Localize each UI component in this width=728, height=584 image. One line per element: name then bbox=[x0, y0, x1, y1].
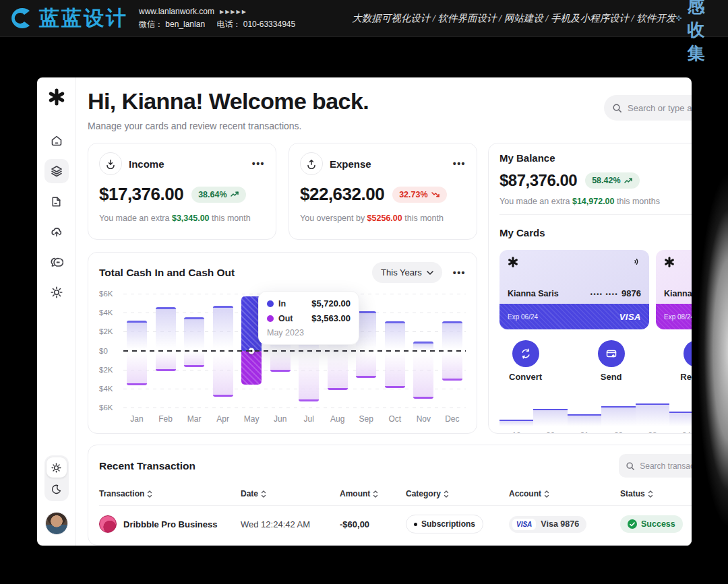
banner-contact: www.lanlanwork.com ▶▶▶▶▶ 微信： ben_lanlan … bbox=[139, 5, 305, 30]
transaction-name: Dribbble Pro Business bbox=[123, 519, 217, 529]
sort-icon bbox=[261, 490, 266, 498]
bank-card-2[interactable]: Kianna Saris Exp 08/24 bbox=[656, 250, 692, 329]
banner-website[interactable]: www.lanlanwork.com bbox=[139, 5, 214, 18]
sidebar-item-settings[interactable] bbox=[44, 280, 69, 304]
trend-up-icon bbox=[624, 178, 633, 184]
transactions-title: Recent Transaction bbox=[99, 460, 195, 472]
chart-menu-button[interactable]: ••• bbox=[453, 267, 466, 278]
convert-button[interactable]: Convert bbox=[509, 340, 542, 382]
out-bar bbox=[241, 351, 262, 385]
sort-icon bbox=[544, 490, 549, 498]
expense-menu-button[interactable]: ••• bbox=[453, 158, 466, 169]
x-tick-label: Aug bbox=[328, 414, 348, 424]
transactions-search[interactable] bbox=[619, 454, 692, 478]
category-badge: Subscriptions bbox=[406, 515, 483, 533]
collect-brand[interactable]: 灵感收集 bbox=[675, 0, 717, 65]
expense-amount: $22,632.00 bbox=[300, 184, 384, 205]
income-trend-badge: 38.64% bbox=[191, 187, 245, 203]
check-icon bbox=[628, 519, 637, 529]
chart-tooltip: In$5,720.00 Out$3,563.00 May 2023 bbox=[258, 291, 359, 345]
mini-bar-21 bbox=[568, 414, 601, 426]
banner-services: 大数据可视化设计 / 软件界面设计 / 网站建设 / 手机及小程序设计 / 软件… bbox=[352, 12, 675, 25]
dark-mode-button[interactable] bbox=[47, 479, 67, 499]
column-header-status[interactable]: Status bbox=[620, 489, 692, 498]
user-avatar[interactable] bbox=[45, 512, 68, 535]
column-header-transaction[interactable]: Transaction bbox=[99, 489, 241, 498]
app-logo-asterisk[interactable] bbox=[48, 88, 65, 108]
in-legend-dot bbox=[267, 300, 274, 307]
out-bar bbox=[299, 351, 319, 401]
arrow-down-tray-icon bbox=[105, 158, 116, 169]
balance-amount: $87,376.00 bbox=[499, 171, 577, 190]
x-tick-label: Feb bbox=[156, 414, 176, 424]
lanlan-logo[interactable]: 蓝蓝设计 bbox=[9, 5, 128, 32]
mini-x-label: 20 bbox=[533, 431, 567, 434]
light-mode-button[interactable] bbox=[47, 457, 67, 478]
in-bar bbox=[442, 321, 462, 351]
send-card-icon bbox=[605, 348, 617, 360]
card-holder: Kianna Saris bbox=[508, 289, 559, 298]
chevron-down-icon bbox=[427, 271, 433, 275]
mini-x-label: 21 bbox=[568, 431, 601, 434]
search-input[interactable] bbox=[628, 103, 692, 113]
mini-bar-20 bbox=[533, 409, 567, 426]
send-button[interactable]: Send bbox=[598, 340, 625, 382]
income-amount: $17,376.00 bbox=[99, 184, 183, 205]
y-tick: $4K bbox=[99, 385, 119, 393]
income-title: Income bbox=[129, 158, 164, 170]
zero-axis-line bbox=[123, 350, 466, 352]
sort-icon bbox=[444, 490, 449, 498]
expense-icon-circle bbox=[300, 152, 323, 175]
period-selector[interactable]: This Years bbox=[372, 262, 442, 283]
x-tick-label: Mar bbox=[184, 414, 204, 424]
sidebar-item-home[interactable] bbox=[44, 129, 69, 153]
income-menu-button[interactable]: ••• bbox=[252, 158, 265, 169]
mini-x-label: 23 bbox=[636, 431, 669, 434]
mini-x-label: 19 bbox=[499, 431, 533, 434]
sidebar-item-cloud[interactable] bbox=[44, 220, 69, 244]
banner-arrows: ▶▶▶▶▶ bbox=[220, 8, 247, 16]
bank-card-1[interactable]: Kianna Saris •••• •••• 9876 Exp 06/24 VI… bbox=[499, 250, 649, 329]
file-icon bbox=[50, 195, 63, 208]
promo-banner: 蓝蓝设计 www.lanlanwork.com ▶▶▶▶▶ 微信： ben_la… bbox=[0, 0, 728, 37]
page-subtitle: Manage your cards and review recent tran… bbox=[88, 121, 369, 131]
visa-logo: VISA bbox=[619, 312, 641, 322]
sidebar-item-cards[interactable] bbox=[44, 159, 69, 183]
sidebar-item-documents[interactable] bbox=[44, 189, 69, 214]
in-bar bbox=[156, 307, 176, 351]
recent-transactions-card: Recent Transaction Filter Transaction Da… bbox=[88, 445, 692, 546]
mini-chart-bars bbox=[499, 393, 692, 426]
command-search[interactable]: ⌘F bbox=[604, 95, 692, 121]
receive-button[interactable]: Receive bbox=[680, 340, 692, 382]
out-bar bbox=[328, 351, 348, 390]
table-row[interactable]: Dribbble Pro Business Wed 12:24:42 AM -$… bbox=[99, 506, 692, 542]
column-header-category[interactable]: Category bbox=[406, 489, 509, 498]
mini-x-label: 22 bbox=[601, 431, 635, 434]
transaction-amount: -$60,00 bbox=[340, 519, 406, 529]
transactions-search-input[interactable] bbox=[640, 461, 692, 471]
out-bar bbox=[127, 351, 147, 385]
y-tick: $6K bbox=[99, 290, 119, 298]
column-header-account[interactable]: Account bbox=[509, 489, 620, 498]
sidebar-item-messages[interactable] bbox=[44, 250, 69, 274]
out-bar bbox=[442, 351, 462, 381]
x-tick-label: Apr bbox=[213, 414, 233, 424]
x-tick-label: Jun bbox=[270, 414, 291, 424]
convert-icon bbox=[520, 348, 532, 360]
sun-icon bbox=[51, 462, 62, 474]
column-header-date[interactable]: Date bbox=[241, 489, 340, 498]
banner-phone: 电话： 010-63334945 bbox=[216, 20, 295, 29]
search-icon bbox=[612, 103, 622, 113]
cards-carousel[interactable]: Kianna Saris •••• •••• 9876 Exp 06/24 VI… bbox=[499, 250, 692, 329]
income-card: Income ••• $17,376.00 38.64% You made an… bbox=[88, 143, 276, 240]
out-bar bbox=[385, 351, 405, 388]
y-tick: $2K bbox=[99, 327, 119, 335]
banner-wechat: 微信： ben_lanlan bbox=[139, 20, 205, 29]
in-bar bbox=[184, 317, 204, 351]
out-bar bbox=[356, 351, 376, 378]
balance-title: My Balance bbox=[499, 152, 555, 164]
sort-icon bbox=[373, 490, 378, 498]
column-header-amount[interactable]: Amount bbox=[340, 489, 406, 498]
card-expiry: Exp 06/24 bbox=[508, 313, 538, 321]
cloud-upload-icon bbox=[50, 225, 63, 238]
